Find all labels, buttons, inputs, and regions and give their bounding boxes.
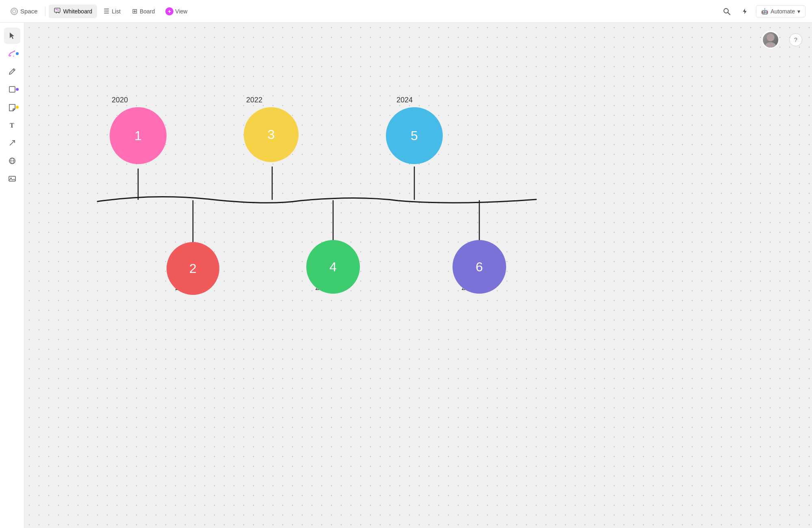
svg-rect-1 [54, 8, 60, 12]
svg-rect-12 [9, 176, 15, 181]
svg-point-2 [724, 9, 728, 13]
tool-pencil[interactable] [4, 63, 20, 80]
svg-line-8 [10, 141, 15, 145]
add-view-button[interactable]: + View [161, 5, 191, 18]
node-3-label: 3 [268, 127, 275, 142]
space-tab[interactable]: Space [6, 5, 42, 17]
node-6[interactable]: 6 [453, 240, 506, 294]
node-5[interactable]: 5 [386, 107, 443, 164]
tool-draw-dot [16, 52, 19, 55]
tab-whiteboard[interactable]: Whiteboard [49, 4, 97, 18]
whiteboard-icon [54, 7, 61, 16]
topbar: Space Whiteboard ☰ List ⊞ Board + View [0, 0, 812, 23]
topbar-right: 🤖 Automate ▾ [720, 5, 806, 18]
node-1[interactable]: 1 [110, 107, 167, 164]
automate-label: Automate [771, 8, 795, 15]
node-2-label: 2 [189, 261, 197, 276]
canvas-avatar[interactable] [762, 31, 780, 49]
tool-shapes[interactable] [4, 81, 20, 97]
space-label: Space [20, 8, 38, 15]
plus-circle-icon: + [165, 7, 173, 15]
tool-sticky[interactable] [4, 99, 20, 115]
lightning-button[interactable] [738, 5, 751, 18]
tab-list[interactable]: ☰ List [99, 5, 126, 17]
timeline-container: 2020 2022 2024 2021 2023 2025 1 3 5 2 [73, 96, 561, 323]
tool-embed[interactable] [4, 153, 20, 169]
node-4[interactable]: 4 [306, 240, 360, 294]
tool-draw-ai[interactable]: + [4, 45, 20, 62]
tool-shapes-dot [16, 88, 19, 91]
node-3[interactable]: 3 [244, 107, 299, 162]
node-4-label: 4 [329, 260, 337, 275]
svg-line-5 [13, 69, 14, 71]
divider-1 [45, 6, 45, 16]
main-area: + T [0, 23, 812, 528]
list-label: List [112, 8, 121, 15]
node-6-label: 6 [476, 260, 483, 275]
svg-text:T: T [10, 122, 14, 129]
automate-chevron-icon: ▾ [797, 8, 800, 15]
left-sidebar: + T [0, 23, 24, 528]
tool-image[interactable] [4, 171, 20, 187]
tab-board[interactable]: ⊞ Board [127, 5, 160, 17]
canvas-area[interactable]: ? 2020 2022 2024 [24, 23, 812, 528]
svg-text:+: + [13, 54, 15, 58]
year-2024: 2024 [396, 96, 413, 104]
automate-button[interactable]: 🤖 Automate ▾ [756, 5, 806, 17]
svg-line-3 [728, 13, 730, 15]
node-1-label: 1 [134, 128, 142, 143]
list-icon: ☰ [104, 7, 109, 15]
canvas-help-button[interactable]: ? [789, 33, 802, 46]
svg-rect-6 [9, 87, 15, 92]
svg-point-15 [765, 42, 776, 49]
board-label: Board [140, 8, 155, 15]
year-2022: 2022 [246, 96, 262, 104]
svg-point-0 [13, 10, 16, 13]
tool-connector[interactable] [4, 135, 20, 151]
whiteboard-label: Whiteboard [63, 8, 93, 15]
tool-sticky-dot [16, 106, 19, 109]
space-icon [11, 8, 18, 15]
tool-select[interactable] [4, 28, 20, 44]
node-5-label: 5 [411, 128, 418, 143]
year-2020: 2020 [112, 96, 128, 104]
node-2[interactable]: 2 [167, 242, 219, 295]
automate-icon: 🤖 [761, 8, 768, 15]
svg-point-14 [767, 34, 775, 41]
tool-text[interactable]: T [4, 117, 20, 133]
add-view-label: View [175, 8, 187, 15]
board-icon: ⊞ [132, 7, 137, 15]
search-button[interactable] [720, 5, 733, 18]
